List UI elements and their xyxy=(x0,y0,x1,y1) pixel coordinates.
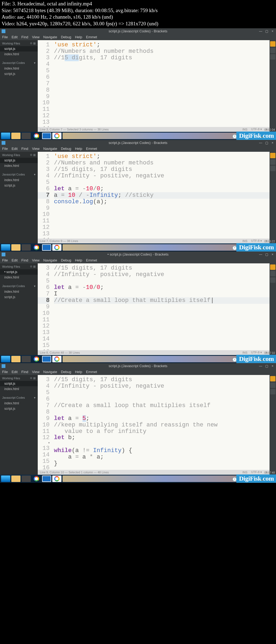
maximize-button[interactable]: ▢ xyxy=(265,141,268,145)
menu-help[interactable]: Help xyxy=(75,147,82,151)
app-icon[interactable] xyxy=(22,476,31,482)
menu-navigate[interactable]: Navigate xyxy=(43,258,57,262)
menu-view[interactable]: View xyxy=(32,35,40,39)
minimize-button[interactable]: — xyxy=(259,29,263,33)
code-editor[interactable]: 123456789101112131415'use strict'; //Num… xyxy=(38,152,270,243)
menu-navigate[interactable]: Navigate xyxy=(43,35,57,39)
live-preview-icon[interactable] xyxy=(270,264,275,270)
code-content[interactable]: //15 digits, 17 digits //Infinity - posi… xyxy=(52,263,270,350)
status-ins[interactable]: INS xyxy=(242,239,247,243)
menu-emmet[interactable]: Emmet xyxy=(86,258,97,262)
sidebar-item-script-js[interactable]: script.js xyxy=(0,381,38,386)
menu-edit[interactable]: Edit xyxy=(12,35,18,39)
chrome2-icon[interactable] xyxy=(52,133,61,139)
code-editor[interactable]: 3456789101112▾13141516//15 digits, 17 di… xyxy=(38,375,270,475)
extensions-icon[interactable] xyxy=(270,383,275,388)
explorer-icon[interactable] xyxy=(11,244,20,251)
code-content[interactable]: 'use strict'; //Numbers and number metho… xyxy=(52,152,270,239)
project-header[interactable]: Javascript Codes ▾ xyxy=(0,283,38,289)
chrome2-icon[interactable] xyxy=(52,356,61,362)
extensions-icon[interactable] xyxy=(270,159,275,165)
chrome-icon[interactable] xyxy=(32,476,41,482)
close-button[interactable]: × xyxy=(271,29,274,33)
chrome2-icon[interactable] xyxy=(52,476,61,482)
sidebar-item-script-js[interactable]: script.js xyxy=(0,71,38,77)
menu-find[interactable]: Find xyxy=(21,258,28,262)
menu-emmet[interactable]: Emmet xyxy=(86,147,97,151)
menu-emmet[interactable]: Emmet xyxy=(86,370,97,374)
start-button[interactable] xyxy=(1,356,10,362)
maximize-button[interactable]: ▢ xyxy=(265,253,268,256)
sidebar-item-script-js[interactable]: script.js xyxy=(0,406,38,411)
menu-file[interactable]: File xyxy=(2,147,8,151)
status-encoding[interactable]: UTF-8 ▾ xyxy=(251,128,262,131)
menu-help[interactable]: Help xyxy=(75,258,82,262)
status-encoding[interactable]: UTF-8 ▾ xyxy=(251,470,262,474)
menu-debug[interactable]: Debug xyxy=(61,370,71,374)
sidebar-item-script-js[interactable]: script.js xyxy=(0,46,38,51)
explorer-icon[interactable] xyxy=(11,133,20,139)
project-header[interactable]: Javascript Codes ▾ xyxy=(0,171,38,177)
menu-find[interactable]: Find xyxy=(21,370,28,374)
sidebar-item-index-html[interactable]: index.html xyxy=(0,275,38,280)
menu-file[interactable]: File xyxy=(2,258,8,262)
brackets-icon[interactable] xyxy=(42,476,51,482)
menu-debug[interactable]: Debug xyxy=(61,147,71,151)
close-button[interactable]: × xyxy=(271,253,274,256)
sidebar-item-index-html[interactable]: index.html xyxy=(0,289,38,294)
close-button[interactable]: × xyxy=(271,141,274,145)
menu-find[interactable]: Find xyxy=(21,147,28,151)
rail-icon[interactable] xyxy=(270,277,275,283)
status-encoding[interactable]: UTF-8 ▾ xyxy=(251,351,262,354)
menu-help[interactable]: Help xyxy=(75,370,82,374)
project-header[interactable]: Javascript Codes ▾ xyxy=(0,394,38,401)
code-editor[interactable]: 123456789101112131415'use strict'; //Num… xyxy=(38,40,270,132)
extensions-icon[interactable] xyxy=(270,48,275,53)
menu-navigate[interactable]: Navigate xyxy=(43,370,57,374)
chrome2-icon[interactable] xyxy=(52,244,61,251)
start-button[interactable] xyxy=(1,476,10,482)
explorer-icon[interactable] xyxy=(11,356,20,362)
sidebar-item-script-js[interactable]: script.js xyxy=(0,294,38,300)
extensions-icon[interactable] xyxy=(270,271,275,276)
sidebar-item-script-js[interactable]: script.js xyxy=(0,183,38,188)
menu-file[interactable]: File xyxy=(2,370,8,374)
code-content[interactable]: 'use strict'; //Numbers and number metho… xyxy=(52,40,270,127)
sidebar-item-index-html[interactable]: index.html xyxy=(0,177,38,183)
status-ins[interactable]: INS xyxy=(242,471,247,474)
menu-debug[interactable]: Debug xyxy=(61,35,71,39)
maximize-button[interactable]: ▢ xyxy=(265,29,268,33)
rail-icon[interactable] xyxy=(270,389,275,394)
minimize-button[interactable]: — xyxy=(259,364,263,368)
start-button[interactable] xyxy=(1,244,10,251)
app-icon[interactable] xyxy=(22,244,31,251)
menu-emmet[interactable]: Emmet xyxy=(86,35,97,39)
brackets-icon[interactable] xyxy=(42,356,51,362)
app-icon[interactable] xyxy=(22,356,31,362)
sidebar-item-script-js[interactable]: • script.js xyxy=(0,269,38,275)
start-button[interactable] xyxy=(1,133,10,139)
code-content[interactable]: //15 digits, 17 digits //Infinity - posi… xyxy=(52,375,270,470)
sidebar-item-index-html[interactable]: index.html xyxy=(0,163,38,168)
status-ins[interactable]: INS xyxy=(242,128,247,131)
minimize-button[interactable]: — xyxy=(259,141,263,145)
maximize-button[interactable]: ▢ xyxy=(265,364,268,368)
sidebar-item-index-html[interactable]: index.html xyxy=(0,386,38,392)
brackets-icon[interactable] xyxy=(42,133,51,139)
menu-view[interactable]: View xyxy=(32,147,40,151)
sidebar-item-index-html[interactable]: index.html xyxy=(0,401,38,406)
menu-find[interactable]: Find xyxy=(21,35,28,39)
live-preview-icon[interactable] xyxy=(270,153,275,158)
menu-view[interactable]: View xyxy=(32,258,40,262)
menu-file[interactable]: File xyxy=(2,35,8,39)
minimize-button[interactable]: — xyxy=(259,253,263,256)
explorer-icon[interactable] xyxy=(11,476,20,482)
chrome-icon[interactable] xyxy=(32,133,41,139)
app-icon[interactable] xyxy=(22,133,31,139)
code-editor[interactable]: 34567891011121314151617//15 digits, 17 d… xyxy=(38,263,270,355)
project-header[interactable]: Javascript Codes ▾ xyxy=(0,60,38,66)
live-preview-icon[interactable] xyxy=(270,41,275,47)
sidebar-item-script-js[interactable]: script.js xyxy=(0,158,38,163)
close-button[interactable]: × xyxy=(271,364,274,368)
menu-debug[interactable]: Debug xyxy=(61,258,71,262)
